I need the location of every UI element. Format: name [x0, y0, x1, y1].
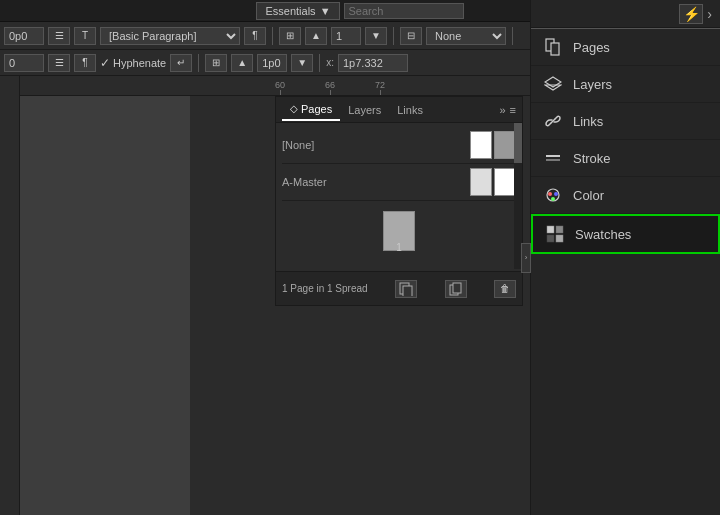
down2-icon-btn[interactable]: ▼: [291, 54, 313, 72]
pages-tab-label: Pages: [301, 103, 332, 115]
panel-item-layers[interactable]: Layers: [531, 66, 720, 103]
new-page-btn[interactable]: [395, 280, 417, 298]
none-label: [None]: [282, 139, 470, 151]
amaster-section: A-Master: [282, 164, 516, 201]
links-tab-label: Links: [397, 104, 423, 116]
page-number-label: 1: [396, 242, 402, 253]
checkmark-icon: ✓: [100, 56, 110, 70]
amaster-label: A-Master: [282, 176, 470, 188]
amaster-thumb2: [494, 168, 516, 196]
footer-spread-label: 1 Page in 1 Spread: [282, 283, 368, 294]
stroke-icon: [543, 148, 563, 168]
layers-icon: [543, 74, 563, 94]
links-icon: [543, 111, 563, 131]
panel-footer: 1 Page in 1 Spread 🗑: [276, 271, 522, 305]
pages-icon: [543, 37, 563, 57]
svg-rect-15: [547, 226, 554, 233]
ruler-left: [0, 76, 20, 515]
more-arrows-icon: »: [499, 104, 505, 116]
position-x-field[interactable]: [4, 27, 44, 45]
none-thumb1: [470, 131, 492, 159]
scrollbar-thumb: [514, 123, 522, 163]
duplicate-page-btn[interactable]: [445, 280, 467, 298]
layers-tab-label: Layers: [348, 104, 381, 116]
panel-item-swatches[interactable]: Swatches: [531, 214, 720, 254]
delete-page-btn[interactable]: 🗑: [494, 280, 516, 298]
down-icon-btn[interactable]: ▼: [365, 27, 387, 45]
text-icon-btn[interactable]: T: [74, 27, 96, 45]
up-icon-btn[interactable]: ▲: [305, 27, 327, 45]
panel-item-links[interactable]: Links: [531, 103, 720, 140]
tab-links[interactable]: Links: [389, 100, 431, 120]
svg-rect-3: [453, 283, 461, 293]
panel-item-color[interactable]: Color: [531, 177, 720, 214]
pages-panel: ◇ Pages Layers Links » ≡ [None] A-Master: [275, 96, 523, 306]
none-dropdown[interactable]: None: [426, 27, 506, 45]
panel-item-pages[interactable]: Pages: [531, 29, 720, 66]
para3-icon-btn[interactable]: ↵: [170, 54, 192, 72]
none-section: [None]: [282, 127, 516, 164]
stroke-label: Stroke: [573, 151, 611, 166]
dropdown-arrow-icon: ▼: [320, 5, 331, 17]
grid2-icon-btn[interactable]: ⊞: [205, 54, 227, 72]
paragraph-style-dropdown[interactable]: [Basic Paragraph]: [100, 27, 240, 45]
para2-icon-btn[interactable]: ¶: [74, 54, 96, 72]
hyphenate-checkbox-area: ✓ Hyphenate: [100, 56, 166, 70]
svg-point-12: [548, 192, 552, 196]
ruler-mark-72: 72: [375, 80, 385, 95]
expand-icon[interactable]: ›: [707, 6, 712, 22]
svg-rect-17: [547, 235, 554, 242]
up2-icon-btn[interactable]: ▲: [231, 54, 253, 72]
right-panel-top: ⚡ ›: [531, 0, 720, 28]
svg-rect-5: [551, 43, 559, 55]
number-field[interactable]: [331, 27, 361, 45]
swatches-label: Swatches: [575, 227, 631, 242]
svg-rect-18: [556, 235, 563, 242]
lightning-btn[interactable]: ⚡: [679, 4, 703, 24]
align-icon-btn[interactable]: ☰: [48, 27, 70, 45]
separator2: [393, 27, 394, 45]
hyphenate-label: Hyphenate: [113, 57, 166, 69]
position-y-field[interactable]: [4, 54, 44, 72]
grid-icon-btn[interactable]: ⊞: [279, 27, 301, 45]
svg-point-14: [551, 197, 555, 201]
layers-label: Layers: [573, 77, 612, 92]
right-panel: › ⚡ › Pages Layers: [530, 0, 720, 515]
pages-label: Pages: [573, 40, 610, 55]
separator1: [272, 27, 273, 45]
panel-more-btn[interactable]: » ≡: [499, 104, 516, 116]
none-thumb2: [494, 131, 516, 159]
amaster-thumb1: [470, 168, 492, 196]
pages-content: [None] A-Master 1: [276, 123, 522, 281]
para-icon-btn[interactable]: ¶: [244, 27, 266, 45]
essentials-label: Essentials: [265, 5, 315, 17]
collapse-btn[interactable]: ›: [521, 243, 531, 273]
canvas-area: [20, 96, 190, 515]
panel-menu-icon: ≡: [510, 104, 516, 116]
separator5: [319, 54, 320, 72]
search-input[interactable]: [344, 3, 464, 19]
links-label: Links: [573, 114, 603, 129]
color-icon: [543, 185, 563, 205]
svg-point-13: [554, 192, 558, 196]
x-label: x:: [326, 57, 334, 68]
separator3: [512, 27, 513, 45]
pvalue-field[interactable]: [257, 54, 287, 72]
pages-tab-icon: ◇: [290, 103, 298, 114]
none-icon-btn[interactable]: ⊟: [400, 27, 422, 45]
tab-layers[interactable]: Layers: [340, 100, 389, 120]
panel-item-stroke[interactable]: Stroke: [531, 140, 720, 177]
separator4: [198, 54, 199, 72]
svg-rect-1: [403, 286, 412, 296]
swatches-icon: [545, 224, 565, 244]
essentials-button[interactable]: Essentials ▼: [256, 2, 339, 20]
panel-tabs: ◇ Pages Layers Links » ≡: [276, 97, 522, 123]
align2-icon-btn[interactable]: ☰: [48, 54, 70, 72]
ruler-mark-60: 60: [275, 80, 285, 95]
ruler-mark-66: 66: [325, 80, 335, 95]
x-value-field[interactable]: [338, 54, 408, 72]
color-label: Color: [573, 188, 604, 203]
tab-pages[interactable]: ◇ Pages: [282, 99, 340, 121]
svg-rect-16: [556, 226, 563, 233]
page-number-row: 1: [282, 201, 516, 259]
